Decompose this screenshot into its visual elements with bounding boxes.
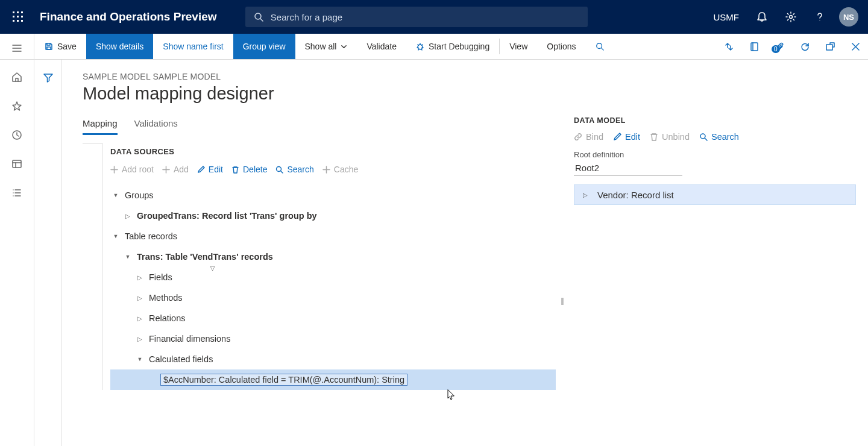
user-avatar[interactable]: NS [839, 7, 858, 27]
refresh-icon[interactable] [792, 42, 817, 52]
tree-node-methods[interactable]: Methods [110, 287, 556, 308]
left-pane: SAMPLE MODEL SAMPLE MODEL Model mapping … [83, 72, 568, 446]
start-debugging-button[interactable]: Start Debugging [406, 34, 499, 59]
close-icon[interactable] [843, 42, 868, 52]
filter-icon[interactable] [43, 73, 53, 83]
svg-rect-3 [13, 16, 14, 17]
find-button[interactable] [586, 34, 614, 59]
expand-toggle[interactable]: ▷ [583, 192, 588, 198]
pencil-icon [197, 166, 205, 174]
attachments-badge: 0 [772, 45, 780, 53]
environment-label[interactable]: USMF [706, 12, 746, 22]
ds-types-gutter[interactable]: ▷ [83, 143, 103, 390]
svg-line-43 [705, 138, 707, 140]
search-icon [596, 42, 604, 51]
page-title: Model mapping designer [83, 84, 556, 104]
datamodel-tree: ▷Vendor: Record list [574, 184, 856, 205]
expand-toggle[interactable] [137, 315, 143, 322]
svg-rect-1 [17, 11, 19, 13]
filter-column [34, 60, 62, 446]
trash-icon [650, 133, 658, 141]
top-navbar: Finance and Operations Preview Search fo… [0, 0, 868, 34]
validate-button[interactable]: Validate [357, 34, 406, 59]
expand-toggle[interactable] [137, 295, 143, 301]
right-pane: ‖ DATA MODEL Bind Edit Unbind Search Roo… [568, 72, 868, 446]
notifications-icon[interactable] [749, 0, 775, 34]
svg-line-29 [601, 48, 603, 51]
datamodel-header: DATA MODEL [574, 116, 856, 125]
svg-rect-4 [17, 16, 19, 17]
workspaces-icon[interactable] [0, 149, 34, 178]
tree-node-vendor[interactable]: ▷Vendor: Record list [574, 184, 856, 205]
content-area: SAMPLE MODEL SAMPLE MODEL Model mapping … [34, 60, 868, 446]
connector-icon[interactable] [716, 42, 741, 52]
popout-icon[interactable] [817, 42, 843, 52]
tree-node-relations[interactable]: Relations [110, 308, 556, 328]
unbind-button[interactable]: Unbind [650, 132, 690, 142]
save-button[interactable]: Save [35, 34, 86, 59]
recent-icon[interactable] [0, 121, 34, 149]
show-all-dropdown[interactable]: Show all [295, 34, 357, 59]
expand-toggle[interactable] [113, 192, 119, 198]
search-button[interactable]: Search [275, 165, 313, 174]
waffle-icon[interactable] [6, 11, 30, 22]
edit-button[interactable]: Edit [197, 165, 223, 174]
tab-validations[interactable]: Validations [134, 118, 178, 134]
datamodel-toolbar: Bind Edit Unbind Search [574, 125, 856, 149]
tree-node-accnumber[interactable]: $AccNumber: Calculated field = TRIM(@.Ac… [110, 369, 556, 390]
favorites-icon[interactable] [0, 92, 34, 121]
tree-node-groupedtrans[interactable]: GroupedTrans: Record list 'Trans' group … [110, 206, 556, 226]
app-title: Finance and Operations Preview [40, 10, 217, 24]
root-definition-label: Root definition [574, 150, 856, 159]
tree-node-table-records[interactable]: Table records [110, 226, 556, 247]
office-icon[interactable] [741, 42, 767, 52]
svg-rect-30 [751, 43, 758, 51]
show-details-button[interactable]: Show details [86, 34, 153, 59]
expand-toggle[interactable] [137, 356, 143, 362]
expand-toggle[interactable] [137, 274, 143, 281]
edit-button[interactable]: Edit [613, 132, 640, 142]
tree-node-financial-dimensions[interactable]: Financial dimensions [110, 328, 556, 349]
svg-rect-5 [21, 16, 23, 17]
search-icon [275, 166, 283, 174]
show-name-first-button[interactable]: Show name first [153, 34, 233, 59]
datasources-toolbar: Add root Add Edit Delete Search Cache [103, 161, 556, 179]
help-icon[interactable] [807, 0, 833, 34]
search-icon [254, 12, 263, 22]
expand-toggle[interactable] [137, 336, 143, 342]
tree-node-trans[interactable]: Trans: Table 'VendTrans' records [110, 247, 556, 267]
settings-icon[interactable] [778, 0, 804, 34]
breadcrumb: SAMPLE MODEL SAMPLE MODEL [83, 72, 556, 81]
tab-mapping[interactable]: Mapping [83, 118, 118, 135]
svg-rect-2 [21, 11, 23, 13]
add-root-button[interactable]: Add root [110, 165, 154, 174]
options-button[interactable]: Options [537, 34, 585, 59]
expand-toggle[interactable] [125, 213, 131, 219]
delete-button[interactable]: Delete [231, 165, 267, 174]
caret-right-icon: ▷ [0, 266, 216, 271]
home-icon[interactable] [0, 63, 34, 92]
tree-node-groups[interactable]: Groups [110, 185, 556, 206]
chevron-down-icon [341, 43, 347, 50]
attachments-icon[interactable]: 0 [767, 42, 792, 52]
root-definition-value[interactable]: Root2 [574, 160, 682, 176]
add-button[interactable]: Add [162, 165, 189, 174]
expand-toggle[interactable] [113, 233, 119, 239]
splitter-handle[interactable]: ‖ [561, 296, 564, 306]
datasources-tree: Groups GroupedTrans: Record list 'Trans'… [103, 179, 556, 390]
search-button[interactable]: Search [699, 132, 739, 142]
plus-icon [162, 166, 170, 174]
global-search[interactable]: Search for a page [245, 7, 588, 27]
cache-button[interactable]: Cache [322, 165, 358, 174]
trash-icon [231, 166, 239, 174]
group-view-button[interactable]: Group view [233, 34, 295, 59]
expand-toggle[interactable] [125, 254, 131, 260]
left-rail [0, 34, 34, 446]
modules-icon[interactable] [0, 178, 34, 207]
datasources-header: DATA SOURCES [103, 143, 556, 161]
svg-rect-6 [13, 20, 14, 22]
tree-node-calculated-fields[interactable]: Calculated fields [110, 349, 556, 369]
bind-button[interactable]: Bind [574, 132, 603, 142]
hamburger-icon[interactable] [0, 34, 34, 63]
view-button[interactable]: View [500, 34, 537, 59]
